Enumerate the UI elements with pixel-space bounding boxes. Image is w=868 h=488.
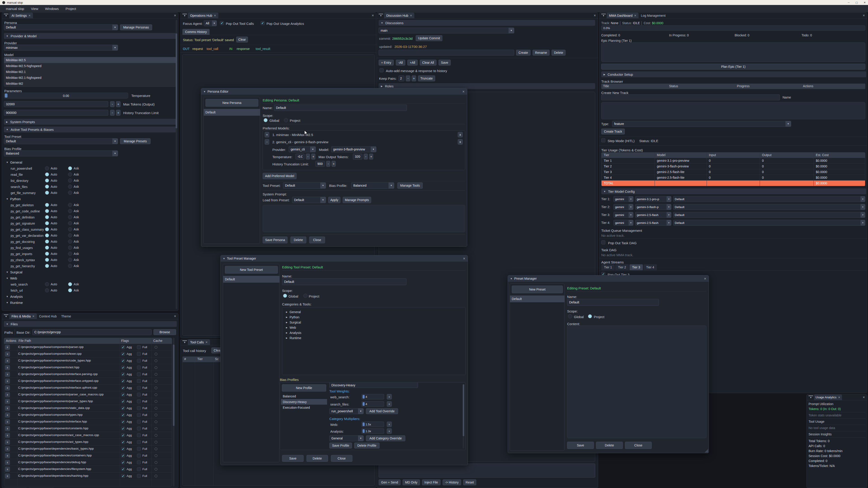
keep-pairs-input[interactable] [399,75,404,81]
add-tool-override-button[interactable]: Add Tool Override [366,408,398,414]
category-row[interactable]: ▶Python [282,315,465,320]
full-checkbox[interactable]: ✓ [137,447,141,451]
ask-radio[interactable] [68,258,72,262]
tier-provider-dropdown[interactable]: gemini▼ [614,220,633,226]
type-dropdown[interactable]: feature▼ [612,121,791,127]
panel-close-icon[interactable]: ✕ [863,14,865,17]
auto-radio[interactable] [45,178,49,183]
reset-button[interactable]: Reset [463,480,476,485]
pm-model-dropdown[interactable]: gemini-3-flash-preview▼ [331,147,376,152]
agg-checkbox[interactable]: ✓ [121,440,125,444]
pm-max-output-input[interactable] [353,154,362,160]
close-preset-manager-button[interactable]: Close [625,442,652,449]
browse-button[interactable]: Browse [153,329,176,335]
tier-preset-dropdown[interactable]: Default▼ [673,220,865,226]
auto-radio[interactable] [45,227,49,231]
category-row[interactable]: ▶Web [282,325,465,330]
agg-checkbox[interactable]: ✓ [121,420,125,424]
model-list-item[interactable]: MiniMax-M2.1-highspeed [4,75,176,80]
persona-editor-titlebar[interactable]: ▼Persona Editor✕ [201,88,467,95]
ask-radio[interactable] [68,264,72,268]
remove-mult-button[interactable]: x [387,428,392,434]
agg-checkbox[interactable]: ✓ [121,427,125,430]
menu-item[interactable]: View [31,7,38,11]
remove-weight-button[interactable]: x [387,394,392,399]
rename-discussion-button[interactable]: Rename [532,50,550,56]
entry-button[interactable]: Clear All [420,60,436,66]
persona-dropdown[interactable]: Default▼ [4,24,118,30]
ask-radio[interactable] [68,221,72,225]
panel-close-icon[interactable]: ✕ [372,14,374,17]
menu-item[interactable]: manual slop [6,7,24,11]
history-limit-input[interactable] [4,110,108,116]
model-list-item[interactable]: MiniMax-M2.5 [4,57,176,63]
panel-close-icon[interactable]: ✕ [174,14,176,17]
model-remove-button[interactable]: x [458,139,463,144]
remove-file-button[interactable]: x [5,433,10,438]
bias-profile-item[interactable]: Execution-Focused [281,404,327,410]
md-only-button[interactable]: MD Only [403,480,420,485]
load-from-preset-dropdown[interactable]: Default▼ [292,197,326,203]
model-remove-button[interactable]: x [458,132,463,137]
delete-persona-button[interactable]: Delete [290,236,306,243]
add-category-override-button[interactable]: Add Category Override [366,435,405,441]
agg-checkbox[interactable]: ✓ [121,460,125,464]
agg-checkbox[interactable]: ✓ [121,345,125,349]
auto-radio[interactable] [45,215,49,219]
tab-close-icon[interactable]: ✕ [206,341,208,344]
ask-radio[interactable] [68,246,72,250]
keep-pairs-decrement-button[interactable]: - [406,75,410,81]
scope-global-radio[interactable] [264,118,268,122]
model-up-button[interactable]: + [265,132,269,137]
ask-radio[interactable] [68,185,72,189]
new-profile-button[interactable]: New Profile [282,384,326,392]
pm-provider-dropdown[interactable]: gemini_cli▼ [289,147,316,152]
remove-file-button[interactable]: x [5,358,10,363]
max-output-increment-button[interactable]: + [369,154,373,160]
temperature-slider[interactable]: 0.00 [4,93,128,98]
history-decrement-button[interactable]: - [326,161,330,167]
full-checkbox[interactable]: ✓ [137,345,141,349]
tool-group-header[interactable]: ▼Surgical [6,270,22,274]
tab-close-icon[interactable]: ✕ [214,14,216,17]
close-icon[interactable]: ✕ [463,257,465,260]
save-preset-button[interactable]: Save [567,442,594,449]
save-profile-button[interactable]: Save Profile [329,443,352,449]
remove-file-button[interactable]: x [5,447,10,451]
remove-file-button[interactable]: x [5,399,10,404]
auto-radio[interactable] [45,252,49,256]
tier-preset-dropdown[interactable]: Default▼ [673,196,865,202]
category-row[interactable]: ▶General [282,309,465,315]
full-checkbox[interactable]: ✓ [137,454,141,457]
entry-button[interactable]: -All [396,60,405,66]
maximize-icon[interactable]: ▢ [855,1,858,4]
clear-status-button[interactable]: Clear [236,37,248,42]
auto-radio[interactable] [45,172,49,176]
close-icon[interactable]: ✕ [462,90,465,93]
update-commit-button[interactable]: Update Commit [416,35,442,41]
full-checkbox[interactable]: ✓ [137,365,141,369]
full-checkbox[interactable]: ✓ [137,393,141,396]
weight-search-files-slider[interactable]: 4 [362,401,384,407]
remove-file-button[interactable]: x [5,365,10,370]
full-checkbox[interactable]: ✓ [137,379,141,383]
max-tokens-decrement-button[interactable]: - [110,101,115,107]
resize-grip[interactable] [705,449,708,453]
menu-item[interactable]: Windows [45,7,59,11]
tool-group-header[interactable]: ▼Runtime [6,301,23,304]
auto-radio[interactable] [45,209,49,213]
agg-checkbox[interactable]: ✓ [121,372,125,376]
ask-radio[interactable] [68,288,72,292]
full-checkbox[interactable]: ✓ [137,433,141,437]
scope-project-radio[interactable] [284,118,288,122]
full-checkbox[interactable]: ✓ [137,372,141,376]
agg-checkbox[interactable]: ✓ [121,433,125,437]
tier-preset-dropdown[interactable]: Default▼ [673,204,865,210]
tool-override-dropdown[interactable]: run_powershell▼ [329,408,364,414]
ai-settings-scrollbar[interactable] [176,20,177,309]
close-icon[interactable]: ✕ [704,277,706,281]
tool-group-header[interactable]: ▼General [6,160,22,164]
ask-radio[interactable] [68,215,72,219]
full-checkbox[interactable]: ✓ [137,467,141,471]
tab-close-icon[interactable]: ✕ [32,315,35,318]
